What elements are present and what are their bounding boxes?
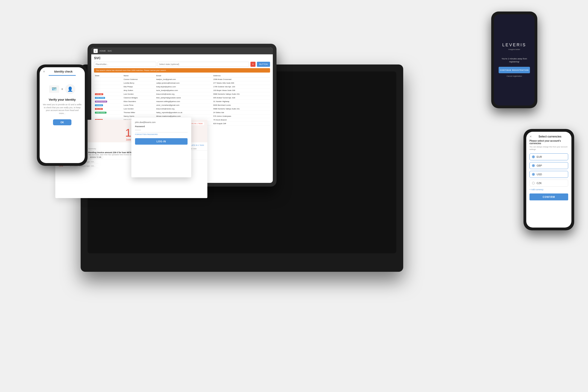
reg-continue-button[interactable]: CONTINUE REGISTRATION xyxy=(499,67,530,73)
phone-identity-screen: ✕ Identity check 🪪 + 👤 Verify your ident… xyxy=(40,67,85,163)
ds-assign-button[interactable]: ASSIGN TO ME xyxy=(88,156,103,159)
phone-currency-device: ✕ Select currencies Please select your a… xyxy=(523,129,574,230)
currency-radio-usd xyxy=(532,173,535,176)
cell-state xyxy=(94,114,123,118)
reg-message: You're 2 minutes away from registering! xyxy=(499,57,530,63)
table-row[interactable]: SELLING Luis Gordon braun.kirk@nestor.or… xyxy=(94,107,270,111)
cell-state xyxy=(94,81,123,85)
cell-name: Loretta Berry xyxy=(123,81,155,85)
cell-address: 9986 Norberto Valleys Suite 231 xyxy=(212,107,270,111)
table-row[interactable]: Amy Sutton lucie_boetjmi@yahoo.com 193 B… xyxy=(94,89,270,92)
cell-state: LATE MIX xyxy=(94,92,123,96)
table-row[interactable]: Loretta Berry caitlyn.jenkins@hotmail.co… xyxy=(94,81,270,85)
tablet-controls: ✕ BUTTON xyxy=(94,62,270,67)
table-row[interactable]: Ella Phelps koby.doyle@yahoo.com 1795 Go… xyxy=(94,85,270,89)
cell-email: braun.kirk@nestor.org xyxy=(155,107,212,111)
tablet-search-input[interactable] xyxy=(94,62,156,67)
currency-radio-czk xyxy=(532,182,535,184)
cell-address: 1795 Goldner Isle Apt. 103 xyxy=(212,85,270,89)
login-password-field[interactable]: •••••••• xyxy=(135,129,188,132)
col-email: Email xyxy=(155,74,212,78)
verify-description: We need you to provide an ID and a selfi… xyxy=(43,103,82,115)
login-password-label: Password xyxy=(135,125,188,128)
cell-address: 75 Kevin Branch xyxy=(212,118,270,122)
currency-description: You can always change this from your acc… xyxy=(529,146,568,151)
table-row[interactable]: COUNCIL Lucas Pena umer_monahan@gmail.co… xyxy=(94,104,270,107)
currency-label-usd: USD xyxy=(537,173,542,176)
currency-label-eur: EUR xyxy=(537,156,542,158)
tablet-clear-button[interactable]: ✕ xyxy=(250,62,256,67)
identity-icons-row: 🪪 + 👤 xyxy=(49,84,75,94)
cell-email: caitlyn.jenkins@hotmail.com xyxy=(155,81,212,85)
tablet-page-title: SVC xyxy=(94,56,270,60)
currency-header: ✕ Select currencies xyxy=(529,135,568,138)
cell-name: Amy Sutton xyxy=(123,89,155,92)
tablet-action-button[interactable]: BUTTON xyxy=(257,62,270,67)
ds-manage-link[interactable]: LATE IN 1 TASK xyxy=(191,144,204,146)
cell-address: 576 Johns Underpass xyxy=(212,114,270,118)
identity-title: Identity check xyxy=(54,70,73,73)
currency-close-icon[interactable]: ✕ xyxy=(529,135,532,138)
cell-state: SELLING xyxy=(94,107,123,111)
col-address: Address xyxy=(212,74,270,78)
identity-body: 🪪 + 👤 Verify your identity We need you t… xyxy=(40,78,85,128)
cell-address: 193 Boyle Views Suite 339 xyxy=(212,89,270,92)
currency-confirm-button[interactable]: CONFIRM xyxy=(529,194,568,200)
currency-add-link[interactable]: + Add currency xyxy=(529,188,568,191)
currency-radio-gbp xyxy=(532,164,535,167)
login-screen: john.doe@leveris.com Password •••••••• F… xyxy=(131,118,191,177)
currency-option-eur[interactable]: EUR xyxy=(529,154,568,160)
currency-option-gbp[interactable]: GBP xyxy=(529,162,568,169)
tablet-state-select[interactable] xyxy=(158,62,249,67)
cell-address: 6000 Bernhard Locks xyxy=(212,104,270,107)
table-row[interactable]: REGISTRATION Eliza Saunders maureen.wilt… xyxy=(94,100,270,104)
reg-cancel-link[interactable]: Cancel registration xyxy=(507,75,522,77)
col-state: State xyxy=(94,74,123,78)
currency-label-czk: CZK xyxy=(537,182,542,184)
currency-option-usd[interactable]: USD xyxy=(529,171,568,178)
table-row[interactable]: SAVE STATE Clarence Bridges thiel_ashlyn… xyxy=(94,96,270,100)
cell-name: Connor Gutierrez xyxy=(123,78,155,81)
identity-header: ✕ Identity check xyxy=(40,67,85,75)
cell-email: lucie_boetjmi@yahoo.com xyxy=(155,89,212,92)
cell-email: kaeljon_lon@gmail.com xyxy=(155,78,212,81)
col-name: Name xyxy=(123,74,155,78)
cell-name: Clarence Bridges xyxy=(123,96,155,100)
table-row[interactable]: ONBOARDING Thomas Miller haley_reynolds@… xyxy=(94,111,270,114)
cell-name: Luis Gordon xyxy=(123,107,155,111)
cell-name: Lucas Pena xyxy=(123,104,155,107)
cell-state xyxy=(94,78,123,81)
cell-state: REGISTRATION xyxy=(94,100,123,104)
table-row[interactable]: LATE MIX Luis Gordon braun.kirk@nestor.o… xyxy=(94,92,270,96)
table-row[interactable]: Connor Gutierrez kaeljon_lon@gmail.com 1… xyxy=(94,78,270,81)
cell-address: 477 Marks Hills Suite 606 xyxy=(212,81,270,85)
login-button[interactable]: LOG-IN xyxy=(135,138,188,145)
tablet-body: SVC ✕ BUTTON The search criteria has ret… xyxy=(91,54,273,127)
tablet-nav-home[interactable]: HOME xyxy=(100,50,106,52)
identity-close-icon[interactable]: ✕ xyxy=(43,70,45,73)
cell-email: braun.kirk@nestor.org xyxy=(155,92,212,96)
verify-ok-button[interactable]: OK xyxy=(53,119,72,125)
cell-name: Ella Phelps xyxy=(123,85,155,89)
currency-options-list: EUR GBP USD CZK xyxy=(529,154,568,186)
tablet-nav: L HOME SVC xyxy=(91,48,273,54)
reg-brand-text: LEVERIS xyxy=(502,42,526,48)
cell-address: 820 Krajcik Cliff xyxy=(212,122,270,126)
selfie-icon: 👤 xyxy=(65,84,75,94)
cell-state: SAVE STATE xyxy=(94,96,123,100)
currency-radio-eur xyxy=(532,156,535,158)
currency-option-czk[interactable]: CZK xyxy=(529,180,568,186)
phone-identity-device: ✕ Identity check 🪪 + 👤 Verify your ident… xyxy=(37,64,88,166)
cell-name: Luis Gordon xyxy=(123,92,155,96)
plus-icon: + xyxy=(61,87,63,91)
cell-email: thiel_ashlynh@goodwin.name xyxy=(155,96,212,100)
cell-name: Eliza Saunders xyxy=(123,100,155,104)
phone-currency-screen: ✕ Select currencies Please select your a… xyxy=(526,132,571,228)
cell-state xyxy=(94,85,123,89)
id-card-icon: 🪪 xyxy=(49,86,59,93)
cell-address: 31 Xander Highway xyxy=(212,100,270,104)
login-forgot-password[interactable]: FORGOTTEN PASSWORD xyxy=(135,133,188,136)
tablet-nav-svc[interactable]: SVC xyxy=(108,50,112,52)
cell-state: ONBOARDING xyxy=(94,111,123,114)
cell-state: COUNCIL xyxy=(94,104,123,107)
